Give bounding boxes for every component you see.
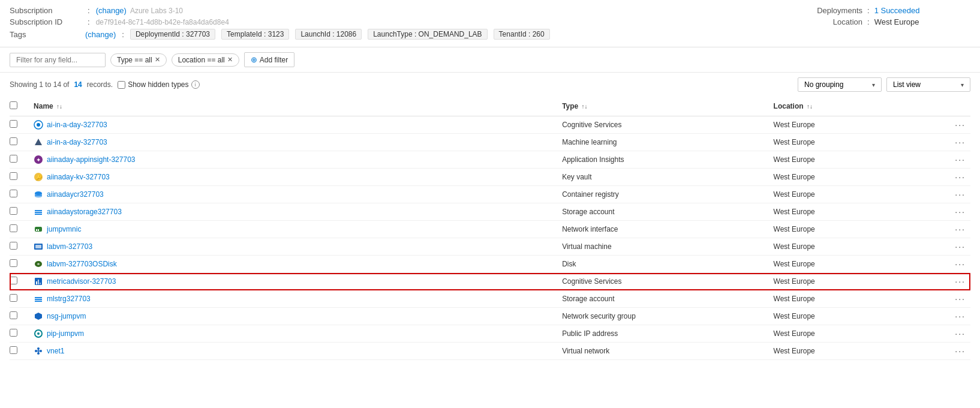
resource-name-text: jumpvmnic [47,225,81,233]
row-name-cell: nsg-jumpvm [34,308,562,325]
row-checkbox-cell[interactable] [10,169,34,186]
resource-name-text: pip-jumpvm [47,329,84,338]
tags-change-link[interactable]: (change) [85,30,116,39]
row-actions-cell[interactable]: ··· [946,221,970,238]
row-checkbox[interactable] [10,242,17,250]
show-hidden-label[interactable]: Show hidden types i [118,80,199,89]
row-actions-cell[interactable]: ··· [946,308,970,325]
row-actions-cell[interactable]: ··· [946,238,970,256]
resource-name-link[interactable]: labvm-327703OSDisk [34,259,557,269]
resource-name-link[interactable]: ai-in-a-day-327703 [34,120,557,130]
row-actions-cell[interactable]: ··· [946,203,970,221]
header-name-col[interactable]: Name ↑↓ [34,97,562,116]
row-checkbox[interactable] [10,259,17,267]
row-more-button[interactable]: ··· [955,172,966,182]
deployments-value[interactable]: 1 Succeeded [874,6,920,15]
filter-input[interactable] [10,53,106,67]
resource-name-link[interactable]: aiinadaystorage327703 [34,207,557,217]
row-more-button[interactable]: ··· [955,346,966,356]
row-more-button[interactable]: ··· [955,294,966,304]
row-checkbox-cell[interactable] [10,308,34,325]
location-row: Location : West Europe [802,17,970,26]
header-location-col[interactable]: Location ↑↓ [774,97,946,116]
row-more-button[interactable]: ··· [955,207,966,217]
no-grouping-dropdown[interactable]: No grouping ▾ [798,77,882,92]
row-checkbox[interactable] [10,120,17,128]
svg-marker-2 [35,139,42,145]
row-checkbox-cell[interactable] [10,116,34,134]
location-filter-chip[interactable]: Location == all ✕ [172,53,239,67]
row-checkbox-cell[interactable] [10,290,34,308]
table-row: aiinadaycr327703 Container registry West… [10,186,970,203]
row-checkbox[interactable] [10,277,17,284]
tag-badge-3: LaunchType : ON_DEMAND_LAB [368,29,487,40]
row-actions-cell[interactable]: ··· [946,290,970,308]
row-actions-cell[interactable]: ··· [946,186,970,203]
row-checkbox-cell[interactable] [10,221,34,238]
row-more-button[interactable]: ··· [955,259,966,269]
header-location-label: Location [774,102,804,110]
row-actions-cell[interactable]: ··· [946,116,970,134]
resource-name-link[interactable]: ai-in-a-day-327703 [34,137,557,147]
row-name-cell: labvm-327703 [34,238,562,256]
row-checkbox-cell[interactable] [10,343,34,360]
row-more-button[interactable]: ··· [955,329,966,338]
resource-name-link[interactable]: nsg-jumpvm [34,311,557,321]
resource-name-link[interactable]: labvm-327703 [34,242,557,251]
row-actions-cell[interactable]: ··· [946,169,970,186]
list-view-dropdown[interactable]: List view ▾ [886,77,970,92]
row-checkbox[interactable] [10,224,17,232]
tags-label: Tags [10,30,82,39]
type-filter-chip[interactable]: Type == all ✕ [110,53,167,67]
row-checkbox[interactable] [10,190,17,197]
row-checkbox[interactable] [10,329,17,337]
row-actions-cell[interactable]: ··· [946,134,970,151]
row-more-button[interactable]: ··· [955,137,966,147]
resource-name-link[interactable]: metricadvisor-327703 [34,277,557,286]
row-checkbox-cell[interactable] [10,256,34,273]
row-checkbox-cell[interactable] [10,151,34,169]
resource-name-link[interactable]: jumpvmnic [34,224,557,234]
row-actions-cell[interactable]: ··· [946,325,970,343]
row-checkbox[interactable] [10,137,17,145]
row-checkbox-cell[interactable] [10,273,34,290]
show-hidden-checkbox[interactable] [118,81,125,89]
header-checkbox-col[interactable] [10,97,34,116]
row-more-button[interactable]: ··· [955,277,966,286]
row-more-button[interactable]: ··· [955,155,966,164]
row-more-button[interactable]: ··· [955,242,966,251]
info-icon[interactable]: i [191,80,200,89]
resource-name-link[interactable]: vnet1 [34,346,557,356]
add-filter-button[interactable]: ⊕ Add filter [244,52,294,67]
row-actions-cell[interactable]: ··· [946,256,970,273]
row-checkbox-cell[interactable] [10,238,34,256]
subscription-change-link[interactable]: (change) [96,6,127,15]
resource-name-link[interactable]: mlstrg327703 [34,294,557,304]
row-checkbox-cell[interactable] [10,134,34,151]
header-type-col[interactable]: Type ↑↓ [562,97,773,116]
row-checkbox[interactable] [10,294,17,302]
row-more-button[interactable]: ··· [955,190,966,199]
resource-name-link[interactable]: 🔑 aiinaday-kv-327703 [34,172,557,182]
type-chip-close[interactable]: ✕ [155,56,160,64]
select-all-checkbox[interactable] [10,101,17,109]
row-more-button[interactable]: ··· [955,224,966,234]
row-more-button[interactable]: ··· [955,311,966,321]
location-chip-close[interactable]: ✕ [227,56,233,64]
row-actions-cell[interactable]: ··· [946,151,970,169]
row-more-button[interactable]: ··· [955,120,966,130]
svg-rect-22 [38,280,39,284]
row-checkbox[interactable] [10,172,17,180]
row-actions-cell[interactable]: ··· [946,273,970,290]
row-checkbox-cell[interactable] [10,203,34,221]
resource-name-link[interactable]: ✦ aiinaday-appinsight-327703 [34,155,557,164]
row-checkbox[interactable] [10,311,17,319]
row-checkbox-cell[interactable] [10,325,34,343]
row-checkbox[interactable] [10,207,17,215]
resource-name-link[interactable]: pip-jumpvm [34,329,557,338]
row-checkbox[interactable] [10,155,17,163]
row-actions-cell[interactable]: ··· [946,343,970,360]
row-checkbox-cell[interactable] [10,186,34,203]
row-checkbox[interactable] [10,346,17,354]
resource-name-link[interactable]: aiinadaycr327703 [34,190,557,199]
